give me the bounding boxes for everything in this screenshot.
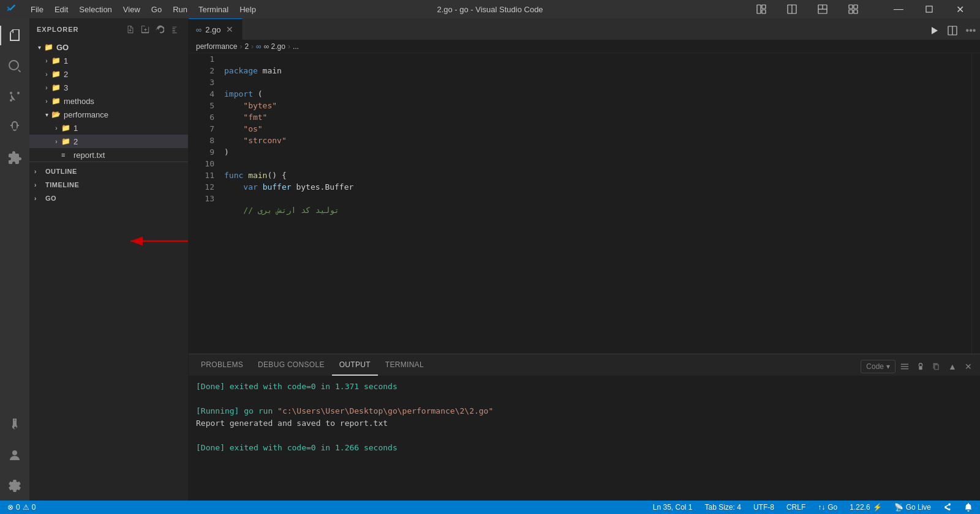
code-content[interactable]: package main import ( "bytes" "fmt" "os"… — [219, 53, 971, 354]
sidebar-header: EXPLORER — [29, 18, 188, 40]
panel-content[interactable]: [Done] exited with code=0 in 1.371 secon… — [189, 376, 980, 501]
run-btn[interactable] — [925, 21, 943, 40]
svg-rect-2 — [762, 10, 766, 13]
menu-view[interactable]: View — [118, 4, 145, 15]
tree-item-report[interactable]: › ≡ report.txt — [29, 148, 188, 162]
editor-top-actions: ••• — [925, 21, 980, 40]
tree-item-performance[interactable]: ▾ 📂 performance — [29, 108, 188, 121]
panel-tab-terminal[interactable]: TERMINAL — [378, 354, 431, 376]
tab-label: 2.go — [205, 25, 221, 34]
more-actions-btn[interactable]: ••• — [962, 21, 980, 40]
tree-item-methods[interactable]: › 📁 methods — [29, 94, 188, 108]
section-outline[interactable]: › OUTLINE — [29, 165, 188, 178]
folder-icon-2: 📁 — [51, 70, 61, 78]
maximize-btn[interactable] — [915, 0, 943, 18]
statusbar-share[interactable] — [941, 501, 954, 514]
menu-file[interactable]: File — [26, 4, 48, 15]
section-outline-label: OUTLINE — [45, 168, 77, 175]
tree-root-go[interactable]: ▾ 📁 GO — [29, 40, 188, 54]
panel-tab-debug-console[interactable]: DEBUG CONSOLE — [251, 354, 332, 376]
menu-terminal[interactable]: Terminal — [194, 4, 233, 15]
activity-debug[interactable] — [0, 113, 29, 142]
statusbar-tab-size[interactable]: Tab Size: 4 — [703, 501, 744, 514]
statusbar-encoding[interactable]: UTF-8 — [751, 501, 777, 514]
panel-tab-output[interactable]: OUTPUT — [332, 354, 378, 376]
menu-run[interactable]: Run — [168, 4, 192, 15]
activity-extensions[interactable] — [0, 143, 29, 173]
panel-close-btn[interactable]: ✕ — [962, 360, 975, 373]
chevron-right-icon-p1: › — [51, 125, 61, 132]
breadcrumb-2[interactable]: 2 — [244, 42, 249, 51]
statusbar-position[interactable]: Ln 35, Col 1 — [650, 501, 695, 514]
new-file-btn[interactable] — [124, 23, 137, 35]
go-live-label: Go Live — [906, 503, 931, 512]
statusbar-line-ending[interactable]: CRLF — [784, 501, 808, 514]
output-line-done2: [Done] exited with code=0 in 1.266 secon… — [196, 442, 973, 454]
menu-go[interactable]: Go — [146, 4, 167, 15]
collapse-btn[interactable] — [168, 23, 181, 35]
breadcrumb-performance[interactable]: performance — [196, 42, 237, 51]
panel-copy-btn[interactable] — [930, 360, 943, 373]
panel-tabs-right: Code ▾ ▲ ✕ — [861, 360, 975, 376]
menu-edit[interactable]: Edit — [50, 4, 73, 15]
main-container: EXPLORER ▾ 📁 GO — [0, 18, 980, 501]
layout-btn-4[interactable] — [839, 0, 867, 18]
output-line-running: [Running] go run "c:\Users\User\Desktop\… — [196, 405, 973, 417]
panel-tabs-left: PROBLEMS DEBUG CONSOLE OUTPUT TERMINAL — [194, 354, 431, 376]
tree-label-methods: methods — [64, 97, 94, 106]
svg-rect-10 — [849, 10, 853, 13]
panel-up-btn[interactable]: ▲ — [946, 360, 959, 373]
tree-item-3[interactable]: › 📁 3 — [29, 81, 188, 94]
breadcrumb-file[interactable]: ∞ ∞ 2.go — [256, 42, 285, 51]
layout-btn-3[interactable] — [809, 0, 837, 18]
menu-help[interactable]: Help — [235, 4, 261, 15]
statusbar-language[interactable]: ↑↓ Go — [815, 501, 840, 514]
panel-lock-btn[interactable] — [914, 360, 927, 373]
layout-btn-2[interactable] — [778, 0, 806, 18]
statusbar: ⊗ 0 ⚠ 0 Ln 35, Col 1 Tab Size: 4 UTF-8 C… — [0, 501, 980, 514]
split-editor-btn[interactable] — [943, 21, 962, 40]
breadcrumb-more[interactable]: ... — [293, 42, 299, 51]
svg-rect-23 — [901, 366, 908, 367]
output-line-done1: [Done] exited with code=0 in 1.371 secon… — [196, 381, 973, 393]
svg-point-15 — [10, 99, 12, 102]
close-btn[interactable]: ✕ — [946, 0, 974, 18]
section-go[interactable]: › GO — [29, 192, 188, 205]
output-line-empty1 — [196, 393, 973, 405]
activity-account[interactable] — [0, 441, 29, 470]
new-folder-btn[interactable] — [139, 23, 151, 35]
line-ending-label: CRLF — [786, 503, 805, 512]
tree-item-perf-1[interactable]: › 📁 1 — [29, 121, 188, 135]
activity-testing[interactable] — [0, 410, 29, 439]
activity-settings[interactable] — [0, 471, 29, 501]
panel-tab-problems[interactable]: PROBLEMS — [194, 354, 251, 376]
tree-label-perf-1: 1 — [74, 124, 78, 133]
section-timeline[interactable]: › TIMELINE — [29, 178, 188, 192]
breadcrumb-file-label: ∞ 2.go — [264, 42, 285, 51]
statusbar-notifications[interactable] — [962, 501, 975, 514]
position-label: Ln 35, Col 1 — [653, 503, 693, 512]
svg-rect-24 — [901, 368, 908, 369]
menu-selection[interactable]: Selection — [74, 4, 116, 15]
statusbar-go-version[interactable]: 1.22.6 ⚡ — [847, 501, 884, 514]
tab-2go[interactable]: ∞ 2.go ✕ — [189, 18, 243, 40]
activity-search[interactable] — [0, 51, 29, 81]
sidebar-actions — [124, 23, 181, 35]
panel-dropdown-btn[interactable]: Code ▾ — [861, 360, 895, 373]
activity-source-control[interactable] — [0, 82, 29, 111]
layout-btn-1[interactable] — [747, 0, 775, 18]
line-numbers: 12345 678910 111213 — [189, 53, 219, 354]
statusbar-go-live[interactable]: 📡 Go Live — [892, 501, 933, 514]
panel-list-btn[interactable] — [898, 360, 911, 373]
activity-explorer[interactable] — [0, 21, 29, 50]
tab-close-btn[interactable]: ✕ — [225, 24, 235, 34]
titlebar: File Edit Selection View Go Run Terminal… — [0, 0, 980, 18]
tree-item-1[interactable]: › 📁 1 — [29, 54, 188, 67]
statusbar-errors[interactable]: ⊗ 0 ⚠ 0 — [5, 501, 38, 514]
refresh-btn[interactable] — [154, 23, 166, 35]
svg-rect-8 — [849, 5, 853, 9]
tree-item-perf-2[interactable]: › 📁 2 — [29, 135, 188, 148]
breadcrumb-sep-1: › — [239, 42, 242, 51]
tree-item-2[interactable]: › 📁 2 — [29, 67, 188, 81]
minimize-btn[interactable]: — — [884, 0, 913, 18]
